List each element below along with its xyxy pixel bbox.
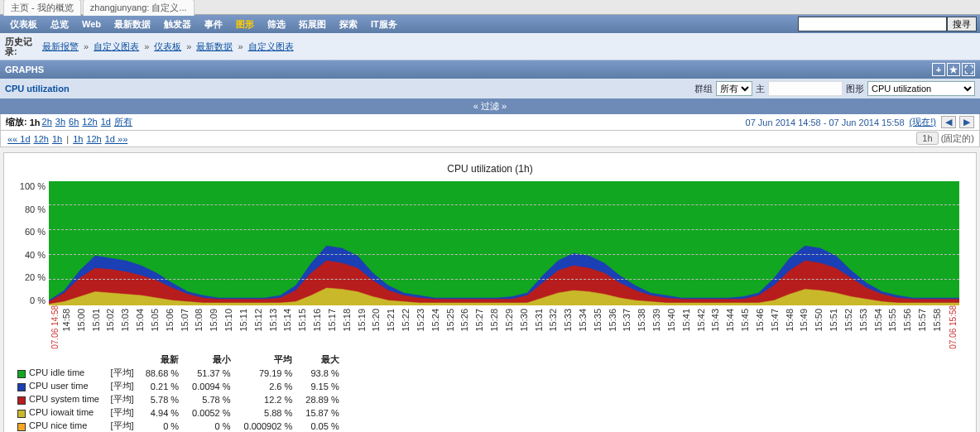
- breadcrumb-link[interactable]: 最新数据: [196, 41, 233, 51]
- breadcrumb-link[interactable]: 仪表板: [154, 41, 181, 51]
- fullscreen-icon[interactable]: ⛶: [962, 63, 975, 76]
- pager-link: |: [64, 134, 71, 144]
- legend-row: CPU system time[平均]5.78 %5.78 %12.2 %28.…: [17, 393, 353, 406]
- search-input[interactable]: [798, 17, 947, 31]
- zoom-link[interactable]: 所有: [114, 117, 132, 127]
- pager-link[interactable]: 1h: [73, 134, 83, 144]
- x-end: 07.06 15:58: [949, 305, 958, 349]
- pager-link[interactable]: 1h: [52, 134, 62, 144]
- group-label: 群组: [694, 83, 713, 95]
- group-select[interactable]: 所有: [716, 81, 752, 96]
- search-box: 搜寻: [798, 17, 977, 31]
- zoom-link[interactable]: 3h: [55, 117, 65, 127]
- plus-icon[interactable]: +: [932, 63, 945, 76]
- breadcrumb-link[interactable]: 最新报警: [42, 41, 79, 51]
- breadcrumb-link[interactable]: 自定义图表: [248, 41, 294, 51]
- menu-item[interactable]: 图形: [229, 17, 261, 31]
- zoom-link[interactable]: 2h: [42, 117, 52, 127]
- menu-item[interactable]: 拓展图: [292, 17, 333, 31]
- legend-row: CPU idle time[平均]88.68 %51.37 %79.19 %93…: [17, 367, 353, 380]
- pager-link[interactable]: 1d »»: [105, 134, 128, 144]
- host-value: [768, 81, 843, 96]
- y-axis: 100 %80 %60 %40 %20 %0 %: [14, 181, 46, 305]
- fixed-label: (固定的): [941, 133, 974, 143]
- menu-item[interactable]: 触发器: [157, 17, 198, 31]
- prev-button[interactable]: ◀: [941, 116, 956, 128]
- host-label: 主: [756, 83, 765, 95]
- next-button[interactable]: ▶: [959, 116, 974, 128]
- browser-tab[interactable]: zhangjunyang: 自定义...: [83, 0, 195, 16]
- chart-container: CPU utilization (1h) 100 %80 %60 %40 %20…: [3, 152, 977, 432]
- zoom-link[interactable]: 6h: [69, 117, 79, 127]
- pager-link[interactable]: «« 1d: [7, 134, 31, 144]
- x-axis: 14:5815:0015:0115:0215:0315:0415:0515:06…: [61, 309, 947, 350]
- pager-bar: «« 1d12h1h | 1h12h1d »» 1h (固定的): [0, 131, 980, 147]
- history-label: 历史记录:: [5, 36, 35, 56]
- graph-select[interactable]: CPU utilization: [867, 81, 975, 96]
- menu-item[interactable]: 事件: [198, 17, 229, 31]
- window-size: 1h: [916, 132, 938, 145]
- time-range: 07 Jun 2014 14:58 - 07 Jun 2014 15:58: [746, 118, 905, 127]
- menu-item[interactable]: 最新数据: [108, 17, 157, 31]
- legend-row: CPU user time[平均]0.21 %0.0094 %2.6 %9.15…: [17, 380, 353, 393]
- menu-item[interactable]: 筛选: [261, 17, 292, 31]
- x-start: 07.06 14:58: [50, 305, 60, 349]
- star-icon[interactable]: ★: [947, 63, 960, 76]
- graph-select-label: 图形: [846, 83, 864, 95]
- section-title: GRAPHS: [5, 65, 44, 74]
- browser-tab[interactable]: 主页 - 我的概览: [3, 0, 81, 16]
- history-bar: 历史记录: 最新报警»自定义图表»仪表板»最新数据»自定义图表: [0, 33, 980, 60]
- search-button[interactable]: 搜寻: [947, 17, 977, 31]
- browser-tabs: 主页 - 我的概览 zhangjunyang: 自定义...: [0, 0, 980, 15]
- pager-link[interactable]: 12h: [34, 134, 49, 144]
- zoom-link[interactable]: 12h: [82, 117, 97, 127]
- menu-item[interactable]: 探索: [333, 17, 364, 31]
- menu-item[interactable]: 总览: [44, 17, 75, 31]
- zoom-link[interactable]: 1d: [101, 117, 111, 127]
- chart-title: CPU utilization (1h): [12, 158, 968, 181]
- now-link[interactable]: (现在!): [910, 116, 936, 128]
- breadcrumb-link[interactable]: 自定义图表: [94, 41, 139, 51]
- legend-row: CPU nice time[平均]0 %0 %0.000902 %0.05 %: [17, 420, 353, 432]
- graph-title: CPU utilization: [5, 84, 70, 94]
- menu-item[interactable]: IT服务: [364, 17, 404, 31]
- graph-header: CPU utilization 群组 所有 主 图形 CPU utilizati…: [0, 79, 980, 98]
- menu-item[interactable]: Web: [75, 17, 108, 31]
- menu-item[interactable]: 仪表板: [3, 17, 44, 31]
- chart-plot[interactable]: 100 %80 %60 %40 %20 %0 % 07.06 14:58 14:…: [49, 181, 959, 350]
- section-bar: GRAPHS + ★ ⛶: [0, 60, 980, 79]
- filter-toggle[interactable]: « 过滤 »: [0, 98, 980, 114]
- plot-area: [49, 181, 959, 305]
- main-menu: 仪表板总览Web最新数据触发器事件图形筛选拓展图探索IT服务 搜寻: [0, 15, 980, 33]
- zoom-label: 缩放:: [6, 116, 27, 128]
- legend-row: CPU iowait time[平均]4.94 %0.0052 %5.88 %1…: [17, 406, 353, 420]
- legend: 最新最小平均最大CPU idle time[平均]88.68 %51.37 %7…: [17, 353, 968, 432]
- zoom-active[interactable]: 1h: [30, 118, 41, 127]
- pager-link[interactable]: 12h: [86, 134, 101, 144]
- zoom-bar: 缩放: 1h 2h3h6h12h1d所有 07 Jun 2014 14:58 -…: [0, 114, 980, 131]
